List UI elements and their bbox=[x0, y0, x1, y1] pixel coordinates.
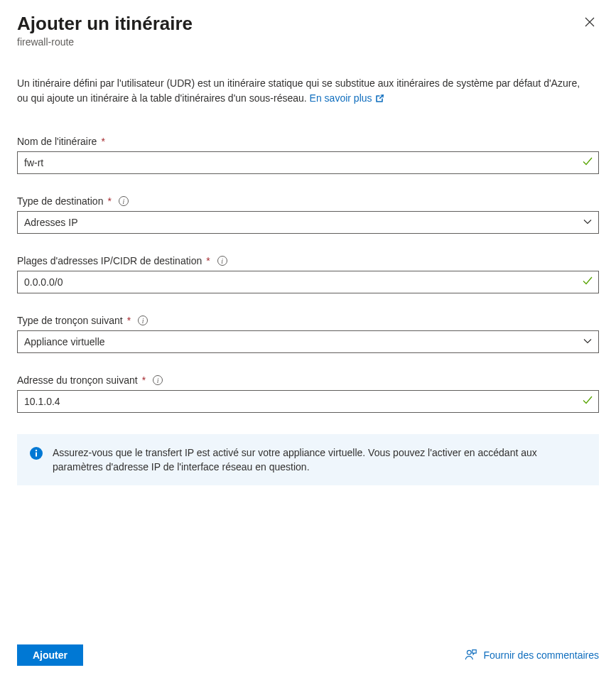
external-link-icon bbox=[375, 94, 384, 105]
cidr-input[interactable] bbox=[17, 271, 599, 293]
info-icon[interactable]: i bbox=[153, 375, 163, 385]
info-circle-icon bbox=[30, 447, 43, 463]
next-hop-type-label: Type de tronçon suivant* i bbox=[17, 315, 599, 326]
svg-point-2 bbox=[36, 450, 37, 451]
next-hop-addr-input[interactable] bbox=[17, 390, 599, 413]
close-icon bbox=[585, 17, 595, 29]
required-indicator: * bbox=[142, 374, 146, 386]
feedback-link[interactable]: Fournir des commentaires bbox=[465, 648, 599, 663]
svg-point-3 bbox=[468, 650, 472, 654]
next-hop-addr-label: Adresse du tronçon suivant* i bbox=[17, 374, 599, 386]
info-message-box: Assurez-vous que le transfert IP est act… bbox=[17, 434, 599, 485]
dest-type-label: Type de destination* i bbox=[17, 195, 599, 207]
route-name-label: Nom de l'itinéraire* bbox=[17, 136, 599, 147]
required-indicator: * bbox=[206, 255, 210, 266]
page-subtitle: firewall-route bbox=[17, 36, 599, 48]
info-icon[interactable]: i bbox=[119, 196, 129, 206]
required-indicator: * bbox=[127, 315, 131, 326]
dest-type-select[interactable]: Adresses IP bbox=[17, 211, 599, 234]
page-title: Ajouter un itinéraire bbox=[17, 13, 193, 35]
checkmark-icon bbox=[582, 156, 593, 170]
required-indicator: * bbox=[101, 136, 104, 147]
svg-rect-1 bbox=[36, 453, 37, 457]
description-text: Un itinéraire défini par l'utilisateur (… bbox=[17, 76, 582, 107]
info-icon[interactable]: i bbox=[138, 315, 148, 325]
add-button[interactable]: Ajouter bbox=[17, 644, 83, 666]
checkmark-icon bbox=[582, 394, 593, 409]
info-message-text: Assurez-vous que le transfert IP est act… bbox=[53, 446, 586, 474]
close-button[interactable] bbox=[580, 13, 599, 34]
checkmark-icon bbox=[582, 275, 593, 289]
next-hop-type-select[interactable]: Appliance virtuelle bbox=[17, 330, 599, 353]
route-name-input[interactable] bbox=[17, 151, 599, 174]
info-icon[interactable]: i bbox=[217, 256, 227, 266]
person-feedback-icon bbox=[465, 648, 477, 663]
required-indicator: * bbox=[107, 195, 111, 207]
learn-more-link[interactable]: En savoir plus bbox=[310, 92, 384, 104]
cidr-label: Plages d'adresses IP/CIDR de destination… bbox=[17, 255, 599, 266]
